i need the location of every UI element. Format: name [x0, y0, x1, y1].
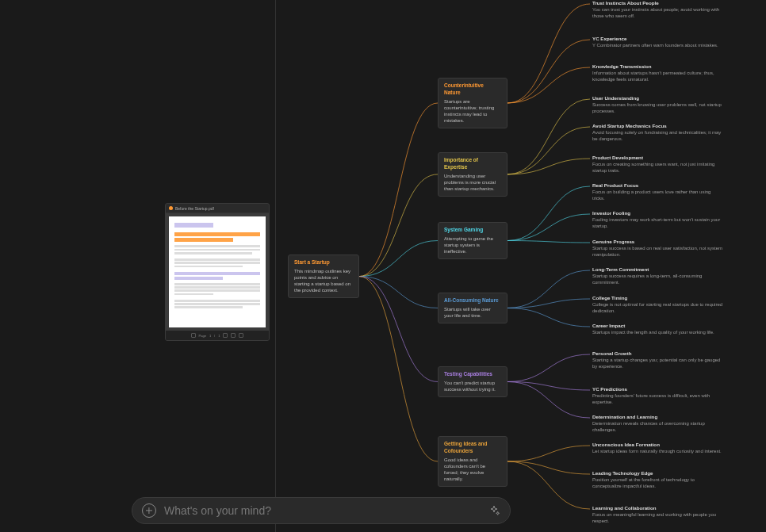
mindmap-root-node[interactable]: Start a Startup This mindmap outlines ke… — [288, 255, 359, 298]
branch-node[interactable]: Testing CapabilitiesYou can't predict st… — [438, 366, 507, 397]
branch-node[interactable]: Counterintuitive NatureStartups are coun… — [438, 78, 507, 128]
leaf-node[interactable]: Real Product FocusFocus on building a pr… — [592, 182, 723, 202]
leaf-title: Avoid Startup Mechanics Focus — [592, 123, 723, 129]
leaf-desc: Starting a startup changes you; potentia… — [592, 358, 723, 370]
leaf-node[interactable]: Long-Term CommitmentStartup success requ… — [592, 266, 723, 286]
leaf-desc: Focus on building a product users love r… — [592, 189, 723, 202]
plus-icon[interactable] — [142, 503, 156, 518]
leaf-node[interactable]: Knowledge TransmissionInformation about … — [592, 63, 723, 83]
leaf-node[interactable]: User UnderstandingSuccess comes from kno… — [592, 95, 723, 115]
leaf-node[interactable]: YC ExperienceY Combinator partners often… — [592, 36, 723, 49]
branch-title: System Gaming — [444, 227, 501, 234]
root-desc: This mindmap outlines key points and adv… — [294, 268, 353, 293]
pdf-body — [166, 213, 269, 331]
leaf-title: Unconscious Idea Formation — [592, 442, 723, 448]
leaf-desc: Success comes from knowing user problems… — [592, 102, 723, 115]
pdf-thumbnail[interactable]: Before the Startup.pdf ✕ Page 1 / — [165, 203, 270, 341]
leaf-desc: Focus on creating something users want, … — [592, 162, 723, 174]
leaf-node[interactable]: Genuine ProgressStartup success is based… — [592, 239, 723, 258]
branch-title: All-Consuming Nature — [444, 297, 501, 304]
branch-node[interactable]: Importance of ExpertiseUnderstanding use… — [438, 152, 507, 197]
leaf-desc: Information about startups hasn't permea… — [592, 71, 723, 83]
leaf-desc: Predicting founders' future success is d… — [592, 393, 723, 406]
leaf-desc: Avoid focusing solely on fundraising and… — [592, 130, 723, 143]
leaf-desc: Focus on meaningful learning and working… — [592, 512, 723, 525]
leaf-title: Determination and Learning — [592, 414, 723, 420]
leaf-node[interactable]: Determination and LearningDetermination … — [592, 414, 723, 434]
leaf-title: Genuine Progress — [592, 239, 723, 245]
chat-placeholder: What's on your mind? — [164, 504, 480, 517]
leaf-title: Product Development — [592, 155, 723, 161]
pdf-filename: Before the Startup.pdf — [175, 206, 214, 211]
pdf-next-icon[interactable] — [223, 333, 228, 338]
branch-desc: Understanding user problems is more cruc… — [444, 173, 501, 192]
leaf-title: User Understanding — [592, 95, 723, 101]
pdf-page-sep: / — [214, 334, 215, 338]
leaf-node[interactable]: Unconscious Idea FormationLet startup id… — [592, 442, 723, 455]
root-title: Start a Startup — [294, 259, 353, 266]
leaf-title: YC Predictions — [592, 386, 723, 392]
branch-title: Testing Capabilities — [444, 371, 501, 378]
leaf-node[interactable]: Leading Technology EdgePosition yourself… — [592, 470, 723, 490]
pdf-footer: Page 1 / 1 — [166, 331, 269, 340]
leaf-desc: Fooling investors may work short-term bu… — [592, 217, 723, 230]
pdf-type-icon — [169, 206, 173, 210]
leaf-desc: You can trust your instincts about peopl… — [592, 7, 723, 20]
branch-desc: You can't predict startup success withou… — [444, 380, 501, 392]
branch-title: Importance of Expertise — [444, 157, 501, 171]
pdf-page-current: 1 — [209, 334, 211, 338]
leaf-node[interactable]: Product DevelopmentFocus on creating som… — [592, 155, 723, 174]
branch-node[interactable]: All-Consuming NatureStartups will take o… — [438, 293, 507, 323]
leaf-title: Investor Fooling — [592, 210, 723, 216]
leaf-node[interactable]: YC PredictionsPredicting founders' futur… — [592, 386, 723, 406]
leaf-node[interactable]: Trust Instincts About PeopleYou can trus… — [592, 0, 723, 20]
leaf-desc: Startup success is based on real user sa… — [592, 246, 723, 258]
chat-input-bar[interactable]: What's on your mind? — [132, 497, 511, 524]
leaf-node[interactable]: Personal GrowthStarting a startup change… — [592, 350, 723, 370]
leaf-node[interactable]: College TimingCollege is not optimal for… — [592, 295, 723, 315]
branch-desc: Good ideas and cofounders can't be force… — [444, 457, 501, 482]
leaf-desc: Y Combinator partners often warn founder… — [592, 43, 723, 49]
leaf-title: Knowledge Transmission — [592, 63, 723, 70]
leaf-desc: Position yourself at the forefront of te… — [592, 477, 723, 490]
branch-title: Counterintuitive Nature — [444, 82, 501, 97]
pdf-zoom-in-icon[interactable] — [239, 333, 243, 338]
sparkle-icon[interactable] — [488, 504, 500, 517]
leaf-title: YC Experience — [592, 36, 723, 42]
pdf-page — [169, 216, 266, 327]
leaf-title: College Timing — [592, 295, 723, 301]
pdf-zoom-out-icon[interactable] — [231, 333, 236, 338]
leaf-node[interactable]: Learning and CollaborationFocus on meani… — [592, 505, 723, 525]
leaf-title: Career Impact — [592, 323, 723, 329]
pdf-page-label: Page — [199, 334, 206, 338]
branch-node[interactable]: System GamingAttempting to game the star… — [438, 222, 507, 259]
leaf-title: Personal Growth — [592, 350, 723, 357]
leaf-desc: Startup success requires a long-term, al… — [592, 274, 723, 286]
leaf-node[interactable]: Investor FoolingFooling investors may wo… — [592, 210, 723, 230]
vertical-divider — [275, 0, 276, 532]
leaf-title: Long-Term Commitment — [592, 266, 723, 273]
branch-desc: Attempting to game the startup system is… — [444, 235, 501, 255]
leaf-desc: Let startup ideas form naturally through… — [592, 449, 723, 455]
branch-desc: Startups are counterintuitive; trusting … — [444, 98, 501, 124]
leaf-title: Leading Technology Edge — [592, 470, 723, 477]
branch-desc: Startups will take over your life and ti… — [444, 306, 501, 319]
leaf-node[interactable]: Avoid Startup Mechanics FocusAvoid focus… — [592, 123, 723, 143]
leaf-desc: Startups impact the length and quality o… — [592, 330, 723, 336]
leaf-desc: College is not optimal for starting real… — [592, 302, 723, 315]
pdf-header: Before the Startup.pdf — [166, 204, 269, 213]
leaf-node[interactable]: Career ImpactStartups impact the length … — [592, 323, 723, 336]
branch-node[interactable]: Getting Ideas and CofoundersGood ideas a… — [438, 436, 507, 487]
pdf-prev-icon[interactable] — [191, 333, 196, 338]
leaf-title: Real Product Focus — [592, 182, 723, 189]
branch-title: Getting Ideas and Cofounders — [444, 441, 501, 455]
leaf-desc: Determination reveals chances of overcom… — [592, 421, 723, 434]
pdf-page-total: 1 — [218, 334, 220, 338]
leaf-title: Trust Instincts About People — [592, 0, 723, 6]
leaf-title: Learning and Collaboration — [592, 505, 723, 511]
